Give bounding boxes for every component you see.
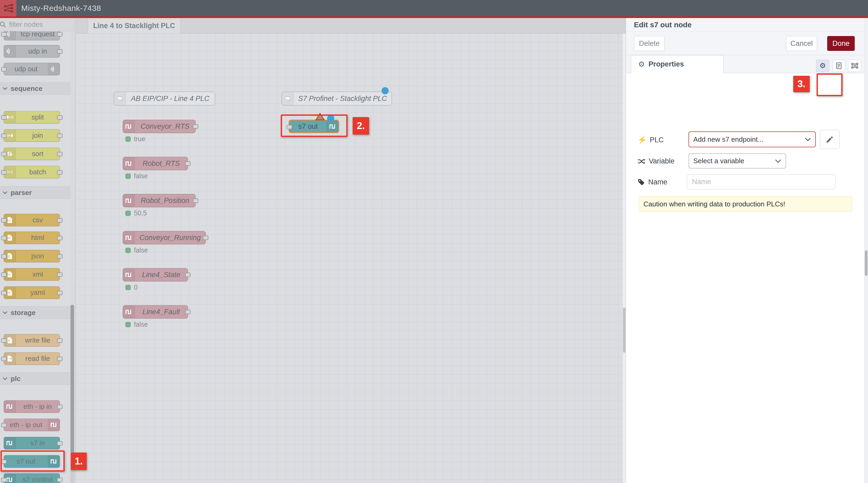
output-port[interactable]: [57, 115, 63, 120]
output-port[interactable]: [57, 152, 63, 156]
node-label: read file: [16, 353, 60, 364]
plc-field-label: ⚡ PLC: [638, 136, 663, 144]
status-dot-icon: [125, 322, 131, 327]
output-port[interactable]: [57, 405, 63, 409]
node-s7-control[interactable]: s7 control: [4, 474, 60, 483]
node-udp-in[interactable]: udp in: [4, 45, 60, 58]
node-batch[interactable]: batch: [4, 166, 60, 178]
output-port[interactable]: [57, 254, 63, 259]
tab-properties[interactable]: ⚙ Properties: [631, 55, 723, 73]
node-label: xml: [16, 268, 60, 280]
node-label: html: [16, 232, 60, 244]
svg-text:{}: {}: [8, 255, 10, 258]
palette-category-plc[interactable]: plc: [0, 372, 70, 385]
wifi-icon: [6, 30, 13, 38]
node-robot-position[interactable]: Robot_Position: [123, 194, 196, 207]
output-port[interactable]: [57, 272, 63, 277]
canvas-vertical-scrollbar[interactable]: [623, 33, 626, 483]
output-port[interactable]: [57, 357, 63, 361]
node-json[interactable]: {}json: [4, 250, 60, 262]
output-port[interactable]: [57, 339, 63, 343]
input-port[interactable]: [1, 339, 7, 343]
comment-node[interactable]: S7 Profinet - Stacklight PLC: [282, 92, 392, 105]
description-view-button[interactable]: [833, 60, 845, 72]
output-port[interactable]: [57, 32, 63, 37]
output-port[interactable]: [57, 291, 63, 295]
palette-category-storage[interactable]: storage: [0, 306, 70, 319]
node-sort[interactable]: sort: [4, 148, 60, 160]
input-port[interactable]: [1, 170, 7, 174]
output-port[interactable]: [57, 133, 63, 138]
filter-nodes-input[interactable]: [9, 21, 62, 29]
chevron-down-icon: [805, 137, 811, 141]
node-s7-in[interactable]: s7 in: [4, 437, 60, 449]
done-button[interactable]: Done: [827, 36, 855, 51]
appearance-view-button[interactable]: [848, 60, 861, 72]
output-port[interactable]: [57, 170, 63, 174]
node-label: s7 in: [16, 437, 60, 449]
input-port[interactable]: [1, 254, 7, 259]
output-port[interactable]: [57, 49, 63, 54]
node-xml[interactable]: <>xml: [4, 268, 60, 281]
node-conveyor-running[interactable]: Conveyor_Running: [123, 231, 206, 244]
node-line4-state[interactable]: Line4_State: [123, 268, 188, 281]
palette-category-sequence[interactable]: sequence: [0, 82, 70, 95]
input-port[interactable]: [1, 272, 7, 277]
tab-line4-to-stacklight-plc[interactable]: Line 4 to Stacklight PLC: [88, 18, 181, 33]
output-port[interactable]: [185, 310, 191, 314]
palette-category-parser[interactable]: parser: [0, 186, 70, 199]
output-port[interactable]: [193, 124, 198, 129]
input-port[interactable]: [1, 67, 7, 71]
window-scrollbar-thumb[interactable]: [865, 250, 867, 276]
node-udp-out[interactable]: udp out: [4, 63, 60, 75]
output-port[interactable]: [193, 198, 198, 203]
comment-node[interactable]: AB EIP/CIP - Line 4 PLC: [114, 92, 215, 105]
node-label: s7 control: [16, 474, 60, 483]
node-eth-ip-in[interactable]: eth - ip in: [4, 400, 60, 413]
input-port[interactable]: [1, 32, 7, 37]
input-port[interactable]: [1, 291, 7, 295]
node-robot-rts[interactable]: Robot_RTS: [123, 157, 188, 170]
palette-scrollbar-thumb[interactable]: [70, 305, 74, 453]
input-port[interactable]: [1, 115, 7, 120]
output-port[interactable]: [203, 235, 208, 240]
node-line4-fault[interactable]: Line4_Fault: [123, 305, 188, 319]
appearance-icon: [851, 62, 859, 70]
name-input[interactable]: [687, 174, 835, 189]
cancel-button[interactable]: Cancel: [786, 36, 817, 51]
node-join[interactable]: join: [4, 129, 60, 142]
input-port[interactable]: [1, 423, 7, 427]
node-write-file[interactable]: write file: [4, 334, 60, 347]
canvas-vertical-scrollbar-thumb[interactable]: [623, 308, 625, 353]
edit-endpoint-button[interactable]: [820, 130, 840, 149]
status-text: false: [134, 172, 148, 180]
output-port[interactable]: [57, 236, 63, 240]
output-port[interactable]: [57, 441, 63, 446]
node-label: Conveyor_Running: [135, 231, 206, 244]
node-read-file[interactable]: read file: [4, 352, 60, 365]
flow-canvas[interactable]: AB EIP/CIP - Line 4 PLCS7 Profinet - Sta…: [75, 33, 626, 483]
output-port[interactable]: [185, 161, 191, 166]
input-port[interactable]: [1, 218, 7, 223]
input-port[interactable]: [1, 357, 7, 361]
output-port[interactable]: [57, 218, 63, 223]
delete-button[interactable]: Delete: [634, 36, 665, 51]
node-status: 50.5: [125, 209, 147, 217]
input-port[interactable]: [1, 236, 7, 240]
node-yaml[interactable]: Yyaml: [4, 286, 60, 299]
node-html[interactable]: <>html: [4, 232, 60, 244]
input-port[interactable]: [1, 133, 7, 138]
node-conveyor-rts[interactable]: Conveyor_RTS: [123, 120, 196, 133]
output-port[interactable]: [57, 478, 63, 482]
node-split[interactable]: split: [4, 111, 60, 124]
variable-select[interactable]: Select a variable: [688, 153, 786, 168]
output-port[interactable]: [185, 272, 191, 277]
properties-view-button[interactable]: ⚙: [816, 60, 829, 72]
node-csv[interactable]: 1,2csv: [4, 214, 60, 226]
status-dot-icon: [125, 285, 131, 290]
input-port[interactable]: [1, 478, 7, 482]
node-eth-ip-out[interactable]: eth - ip out: [4, 419, 60, 431]
plc-endpoint-select[interactable]: Add new s7 endpoint...: [688, 131, 816, 147]
input-port[interactable]: [1, 152, 7, 156]
palette-filter-bar: [0, 18, 75, 31]
